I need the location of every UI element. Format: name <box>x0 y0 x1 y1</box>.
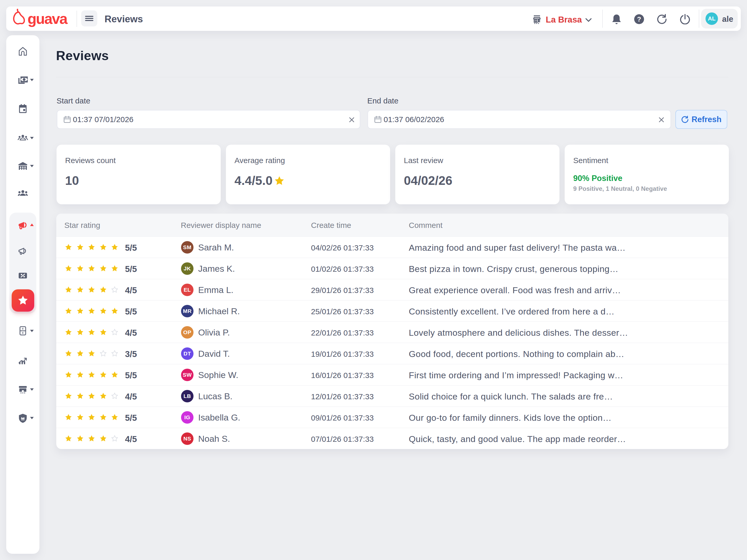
svg-text:?: ? <box>637 15 641 23</box>
